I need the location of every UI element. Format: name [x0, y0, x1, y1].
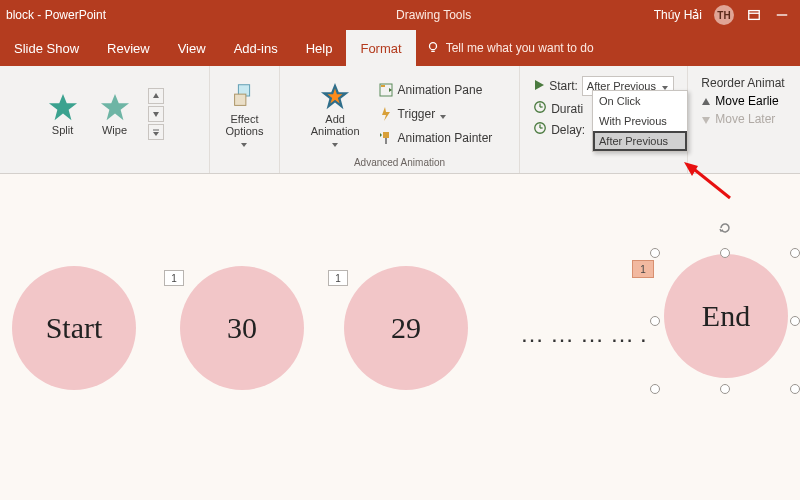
- animation-wipe[interactable]: Wipe: [96, 90, 134, 138]
- slide-canvas[interactable]: Start 30 29 …………. End 1 1 1: [0, 174, 800, 500]
- ribbon-tabs: Slide Show Review View Add-ins Help Form…: [0, 30, 800, 66]
- animation-split[interactable]: Split: [44, 90, 82, 138]
- animation-wipe-label: Wipe: [102, 124, 127, 136]
- resize-handle[interactable]: [650, 316, 660, 326]
- resize-handle[interactable]: [720, 248, 730, 258]
- animation-pane-button[interactable]: Animation Pane: [378, 78, 493, 102]
- effect-options-label: Effect Options: [226, 113, 264, 137]
- svg-marker-10: [153, 132, 159, 136]
- reorder-title: Reorder Animat: [701, 76, 784, 90]
- animation-tag[interactable]: 1: [164, 270, 184, 286]
- svg-rect-12: [235, 94, 246, 105]
- clock-icon: [533, 100, 547, 117]
- svg-marker-34: [702, 117, 710, 124]
- svg-marker-21: [440, 115, 446, 119]
- effect-options-icon: [229, 81, 259, 111]
- star-icon: [100, 92, 130, 122]
- start-dropdown-menu: On Click With Previous After Previous: [592, 90, 688, 152]
- add-animation-button[interactable]: Add Animation: [307, 79, 364, 149]
- shape-start[interactable]: Start: [12, 266, 136, 390]
- shape-30[interactable]: 30: [180, 266, 304, 390]
- delay-row: Delay:: [533, 121, 585, 138]
- move-later-label: Move Later: [715, 112, 775, 126]
- play-icon: [533, 79, 545, 94]
- tab-slide-show[interactable]: Slide Show: [0, 30, 93, 66]
- ribbon-display-icon[interactable]: [746, 7, 762, 23]
- tab-addins[interactable]: Add-ins: [220, 30, 292, 66]
- svg-marker-6: [100, 93, 128, 119]
- svg-marker-36: [684, 162, 698, 176]
- chevron-down-icon: [661, 82, 669, 90]
- svg-marker-24: [380, 133, 382, 137]
- svg-marker-20: [382, 107, 390, 121]
- resize-handle[interactable]: [650, 384, 660, 394]
- minimize-icon[interactable]: [774, 7, 790, 23]
- selection-frame: [650, 236, 800, 396]
- tell-me-search[interactable]: Tell me what you want to do: [426, 40, 594, 57]
- gallery-up-icon[interactable]: [148, 88, 164, 104]
- add-animation-label: Add Animation: [311, 113, 360, 137]
- move-later-button: Move Later: [701, 112, 775, 126]
- svg-marker-7: [153, 93, 159, 98]
- titlebar: block - PowerPoint Drawing Tools Thúy Hả…: [0, 0, 800, 30]
- dropdown-with-previous[interactable]: With Previous: [593, 111, 687, 131]
- tab-help[interactable]: Help: [292, 30, 347, 66]
- ribbon: Split Wipe Effect Options: [0, 66, 800, 174]
- context-tab-title: Drawing Tools: [106, 8, 654, 22]
- svg-rect-23: [385, 138, 387, 144]
- doc-title: block - PowerPoint: [0, 8, 106, 22]
- group-animation-gallery: Split Wipe: [0, 66, 210, 173]
- move-earlier-button[interactable]: Move Earlie: [701, 94, 778, 108]
- chevron-down-icon: [240, 139, 248, 147]
- effect-options-button[interactable]: Effect Options: [222, 79, 268, 149]
- lightbulb-icon: [426, 40, 440, 57]
- duration-row: Durati: [533, 100, 583, 117]
- svg-marker-16: [332, 143, 338, 147]
- resize-handle[interactable]: [790, 316, 800, 326]
- resize-handle[interactable]: [650, 248, 660, 258]
- painter-icon: [378, 130, 394, 146]
- gallery-down-icon[interactable]: [148, 106, 164, 122]
- group-label-advanced: Advanced Animation: [354, 157, 445, 171]
- star-icon: [48, 92, 78, 122]
- user-name: Thúy Hải: [654, 8, 702, 22]
- svg-rect-18: [381, 85, 385, 87]
- rotate-handle[interactable]: [717, 220, 733, 236]
- group-effect-options: Effect Options: [210, 66, 280, 173]
- pane-icon: [378, 82, 394, 98]
- svg-point-3: [429, 42, 436, 49]
- triangle-up-icon: [701, 96, 711, 106]
- tab-view[interactable]: View: [164, 30, 220, 66]
- group-reorder: Reorder Animat Move Earlie Move Later: [688, 66, 798, 173]
- svg-rect-22: [383, 132, 389, 138]
- move-earlier-label: Move Earlie: [715, 94, 778, 108]
- tab-review[interactable]: Review: [93, 30, 164, 66]
- duration-label: Durati: [551, 102, 583, 116]
- trigger-icon: [378, 106, 394, 122]
- resize-handle[interactable]: [790, 384, 800, 394]
- animation-painter-button[interactable]: Animation Painter: [378, 126, 493, 150]
- clock-icon: [533, 121, 547, 138]
- svg-marker-8: [153, 112, 159, 117]
- annotation-arrow: [682, 160, 732, 204]
- dropdown-on-click[interactable]: On Click: [593, 91, 687, 111]
- tab-format[interactable]: Format: [346, 30, 415, 66]
- trigger-button[interactable]: Trigger: [378, 102, 493, 126]
- animation-tag[interactable]: 1: [328, 270, 348, 286]
- dropdown-after-previous[interactable]: After Previous: [593, 131, 687, 151]
- chevron-down-icon: [331, 139, 339, 147]
- svg-line-35: [690, 166, 730, 198]
- gallery-scroll[interactable]: [148, 88, 166, 140]
- start-label: Start:: [549, 79, 578, 93]
- shape-29[interactable]: 29: [344, 266, 468, 390]
- triangle-down-icon: [701, 114, 711, 124]
- animation-split-label: Split: [52, 124, 73, 136]
- shape-dots[interactable]: ………….: [520, 320, 653, 348]
- resize-handle[interactable]: [790, 248, 800, 258]
- trigger-label: Trigger: [398, 107, 436, 121]
- svg-marker-25: [535, 80, 544, 90]
- resize-handle[interactable]: [720, 384, 730, 394]
- gallery-more-icon[interactable]: [148, 124, 164, 140]
- user-avatar[interactable]: TH: [714, 5, 734, 25]
- animation-painter-label: Animation Painter: [398, 131, 493, 145]
